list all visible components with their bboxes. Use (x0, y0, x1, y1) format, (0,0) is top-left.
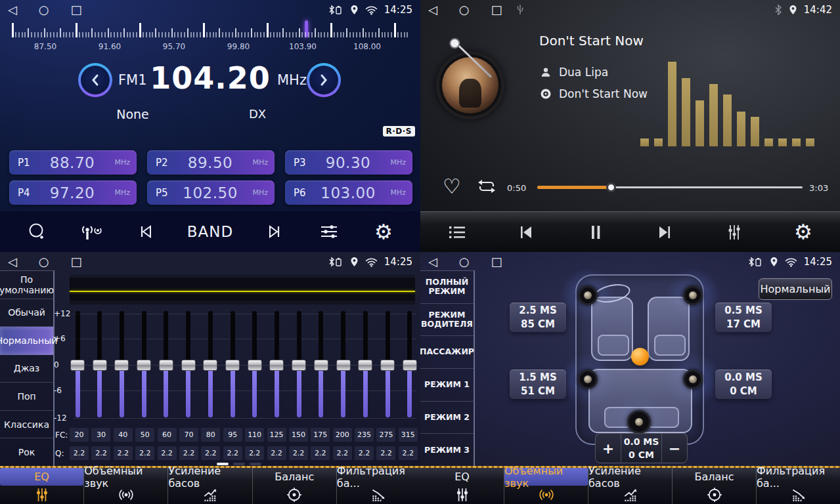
q-value-cell[interactable]: 2.2 (179, 446, 198, 460)
settings-button[interactable]: ⚙ (790, 217, 816, 247)
fc-value-cell[interactable]: 235 (355, 428, 374, 442)
eq-band-slider[interactable] (114, 310, 129, 421)
recents-icon[interactable]: □ (71, 252, 82, 272)
mode-passenger[interactable]: ПАССАЖИР (420, 336, 474, 369)
previous-station-button[interactable] (133, 217, 159, 247)
dx-mode-indicator[interactable]: DX (243, 107, 272, 121)
eq-band-slider[interactable] (402, 310, 418, 421)
eq-slider-knob[interactable] (137, 360, 151, 371)
fc-value-cell[interactable]: 315 (399, 428, 418, 442)
broadcast-button[interactable] (78, 217, 104, 247)
audio-settings-button[interactable] (316, 217, 342, 247)
fc-value-cell[interactable]: 125 (267, 428, 286, 442)
fc-value-cell[interactable]: 150 (289, 428, 308, 442)
settings-button[interactable]: ⚙ (370, 217, 397, 247)
q-value-cell[interactable]: 2.2 (114, 446, 133, 460)
eq-band-slider[interactable] (247, 310, 263, 421)
previous-track-button[interactable] (513, 217, 539, 247)
back-icon[interactable]: ◁ (8, 0, 17, 20)
mode-1[interactable]: РЕЖИМ 1 (420, 369, 474, 402)
eq-preset-pop[interactable]: Поп (0, 383, 53, 411)
eq-band-slider[interactable] (70, 310, 85, 421)
repeat-button[interactable] (475, 178, 498, 195)
eq-slider-knob[interactable] (403, 360, 417, 371)
eq-slider-knob[interactable] (269, 360, 284, 371)
eq-band-slider[interactable] (225, 310, 240, 421)
q-value-cell[interactable]: 2.2 (355, 446, 374, 460)
eq-band-slider[interactable] (380, 310, 395, 421)
q-value-cell[interactable]: 2.2 (70, 446, 89, 460)
tab-bass[interactable]: Усиление басов (588, 468, 673, 504)
q-value-cell[interactable]: 2.2 (399, 446, 418, 460)
q-value-cell[interactable]: 2.2 (376, 446, 395, 460)
eq-slider-knob[interactable] (93, 360, 107, 371)
scan-button[interactable] (24, 217, 50, 247)
eq-slider-knob[interactable] (114, 360, 129, 371)
decrease-delay-button[interactable]: − (662, 434, 687, 463)
eq-band-slider[interactable] (202, 310, 218, 421)
pause-button[interactable] (583, 217, 609, 247)
tab-surround[interactable]: Объёмный звук (84, 468, 168, 504)
tab-balance[interactable]: Баланс (673, 468, 757, 504)
mode-full[interactable]: ПОЛНЫЙ РЕЖИМ (420, 271, 474, 304)
eq-band-slider[interactable] (136, 310, 152, 421)
q-value-cell[interactable]: 2.2 (267, 446, 286, 460)
next-station-button[interactable] (261, 217, 288, 247)
fc-value-cell[interactable]: 110 (245, 428, 264, 442)
mode-driver[interactable]: РЕЖИМ ВОДИТЕЛЯ (420, 304, 474, 337)
eq-band-slider[interactable] (92, 310, 108, 421)
eq-slider-knob[interactable] (358, 360, 372, 371)
eq-preset-custom[interactable]: Обычай (0, 299, 53, 327)
tune-up-button[interactable] (307, 63, 341, 97)
preset-button-4[interactable]: P4 97.20 MHz (9, 180, 137, 205)
back-icon[interactable]: ◁ (8, 252, 17, 272)
fc-value-cell[interactable]: 20 (70, 428, 89, 442)
front-left-delay-button[interactable]: 2.5 MS 85 CM (510, 303, 566, 332)
eq-band-slider[interactable] (336, 310, 351, 421)
profile-button[interactable]: Нормальный (759, 278, 832, 300)
q-value-cell[interactable]: 2.2 (245, 446, 264, 460)
q-value-cell[interactable]: 2.2 (158, 446, 177, 460)
fc-value-cell[interactable]: 80 (201, 428, 220, 442)
q-value-cell[interactable]: 2.2 (311, 446, 330, 460)
rear-left-delay-button[interactable]: 1.5 MS 51 CM (510, 369, 566, 399)
band-button[interactable]: BAND (187, 217, 233, 247)
rear-right-speaker[interactable] (683, 369, 703, 389)
eq-slider-knob[interactable] (181, 360, 196, 371)
increase-delay-button[interactable]: + (596, 434, 621, 463)
recents-icon[interactable]: □ (491, 252, 502, 272)
tab-surround[interactable]: Объёмный звук (504, 468, 588, 504)
home-icon[interactable]: ○ (39, 252, 49, 272)
tab-eq[interactable]: EQ (0, 468, 84, 504)
recents-icon[interactable]: □ (491, 0, 502, 20)
tab-eq[interactable]: EQ (420, 468, 504, 504)
eq-slider-knob[interactable] (336, 360, 351, 371)
playlist-button[interactable] (444, 217, 470, 247)
back-icon[interactable]: ◁ (428, 252, 437, 272)
q-value-cell[interactable]: 2.2 (91, 446, 110, 460)
home-icon[interactable]: ○ (459, 0, 470, 20)
next-track-button[interactable] (652, 217, 678, 247)
recents-icon[interactable]: □ (71, 0, 82, 20)
front-right-speaker[interactable] (683, 285, 703, 305)
fc-value-cell[interactable]: 70 (179, 428, 198, 442)
preset-button-2[interactable]: P2 89.50 MHz (147, 150, 275, 175)
home-icon[interactable]: ○ (459, 252, 470, 272)
tune-down-button[interactable] (78, 63, 112, 97)
eq-band-slider[interactable] (313, 310, 329, 421)
eq-slider-knob[interactable] (203, 360, 217, 371)
eq-preset-classic[interactable]: Классика (0, 411, 53, 439)
eq-band-slider[interactable] (269, 310, 284, 421)
preset-button-3[interactable]: P3 90.30 MHz (285, 150, 412, 175)
eq-preset-default[interactable]: По умолчанию (0, 271, 53, 299)
tab-filter[interactable]: Фильтрация ба... (757, 468, 840, 504)
eq-band-slider[interactable] (357, 310, 373, 421)
rear-right-delay-button[interactable]: 0.0 MS 0 CM (715, 369, 772, 399)
equalizer-button[interactable] (721, 217, 747, 247)
eq-preset-rock[interactable]: Рок (0, 438, 53, 466)
tab-filter[interactable]: Фильтрация ба... (337, 468, 420, 504)
favorite-button[interactable]: ♡ (443, 175, 461, 198)
q-value-cell[interactable]: 2.2 (333, 446, 352, 460)
eq-slider-knob[interactable] (314, 360, 328, 371)
center-subwoofer[interactable] (627, 410, 651, 434)
